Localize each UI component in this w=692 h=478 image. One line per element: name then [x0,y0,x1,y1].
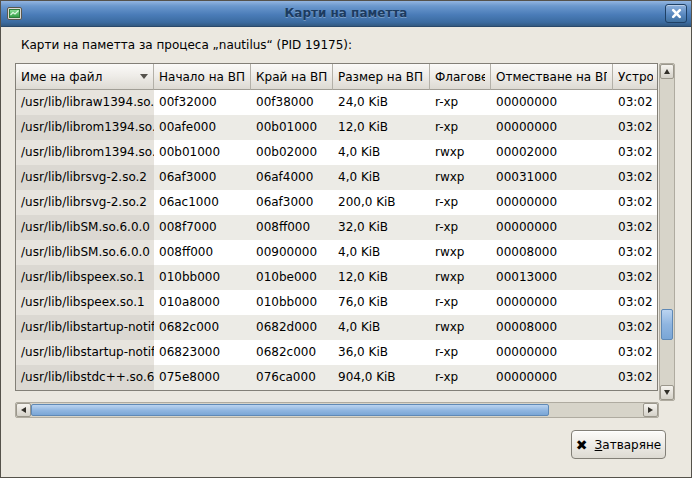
table-cell: /usr/lib/libspeex.so.1 [16,265,154,290]
table-cell: 075e8000 [154,365,251,390]
table-row[interactable]: /usr/lib/libstartup-notification-1.so.00… [16,340,657,365]
table-cell: /usr/lib/libstartup-notification-1.so.0 [16,315,154,340]
table-cell: r-xp [430,190,491,215]
table-cell: 010bb000 [251,290,333,315]
table-row[interactable]: /usr/lib/libSM.so.6.0.0008ff000009000004… [16,240,657,265]
table-row[interactable]: /usr/lib/libspeex.so.1010a8000010bb00076… [16,290,657,315]
table-cell: r-xp [430,115,491,140]
vertical-scrollbar-thumb[interactable] [661,309,673,340]
table-cell: r-xp [430,365,491,390]
vertical-scrollbar[interactable] [659,63,675,401]
table-row[interactable]: /usr/lib/libspeex.so.1010bb000010be00012… [16,265,657,290]
column-header-label: Име на файл [21,70,102,84]
table-row[interactable]: /usr/lib/librsvg-2.so.206ac100006af30002… [16,190,657,215]
table-cell: 008ff000 [251,215,333,240]
window-title: Карти на паметта [31,1,661,26]
table-cell: 06af3000 [251,190,333,215]
table-cell: rwxp [430,140,491,165]
horizontal-scrollbar-thumb[interactable] [31,404,549,416]
table-cell: 12,0 KiB [333,265,430,290]
table-body: /usr/lib/libraw1394.so.800f3200000f38000… [16,90,657,390]
table-cell: 00008000 [491,315,613,340]
sort-descending-icon [140,74,148,79]
column-header-label: Флагове [435,70,485,84]
table-cell: 24,0 KiB [333,90,430,115]
dialog-caption: Карти на паметта за процеса „nautilus“ (… [21,38,352,52]
table-cell: 00000000 [491,340,613,365]
close-x-icon: ✖ [576,438,588,452]
table-cell: 008ff000 [154,240,251,265]
table-cell: /usr/lib/librom1394.so.0 [16,140,154,165]
table-cell: 010bb000 [154,265,251,290]
table-cell: 06ac1000 [154,190,251,215]
table-cell: 03:02 [613,315,658,340]
table-cell: /usr/lib/libSM.so.6.0.0 [16,240,154,265]
table-cell: 03:02 [613,265,658,290]
column-header-label: Край на ВП [256,70,327,84]
table-row[interactable]: /usr/lib/libstdc++.so.6075e8000076ca0009… [16,365,657,390]
table-cell: 00000000 [491,365,613,390]
table-cell: 00afe000 [154,115,251,140]
table-cell: 03:02 [613,340,658,365]
table-cell: r-xp [430,90,491,115]
table-row[interactable]: /usr/lib/libstartup-notification-1.so.00… [16,315,657,340]
scroll-left-button[interactable] [16,403,31,417]
scroll-right-button[interactable] [643,403,658,417]
scroll-up-icon [664,69,670,74]
table-cell: 0682d000 [251,315,333,340]
table-row[interactable]: /usr/lib/librsvg-2.so.206af300006af40004… [16,165,657,190]
table-row[interactable]: /usr/lib/libSM.so.6.0.0008f7000008ff0003… [16,215,657,240]
titlebar[interactable]: Карти на паметта [1,1,691,27]
table-cell: 00900000 [251,240,333,265]
column-header-5[interactable]: Флагове [430,64,491,90]
table-cell: 00b01000 [154,140,251,165]
table-cell: 00031000 [491,165,613,190]
scroll-right-icon [648,407,653,413]
table-cell: 00b01000 [251,115,333,140]
table-cell: r-xp [430,215,491,240]
table-cell: 4,0 KiB [333,165,430,190]
titlebar-close-button[interactable] [665,4,687,23]
table-cell: 00008000 [491,240,613,265]
column-header-label: Отместване на ВП [496,70,607,84]
scroll-down-button[interactable] [660,385,674,400]
column-header-label: Начало на ВП [159,70,245,84]
table-cell: 00002000 [491,140,613,165]
table-cell: 03:02 [613,365,658,390]
table-cell: 03:02 [613,115,658,140]
table-cell: rwxp [430,315,491,340]
table-cell: 06af3000 [154,165,251,190]
table-cell: 03:02 [613,240,658,265]
table-header: Име на файлНачало на ВПКрай на ВПРазмер … [16,64,657,90]
close-button-label: Затваряне [595,438,662,452]
table-cell: 00000000 [491,215,613,240]
table-cell: rwxp [430,165,491,190]
horizontal-scrollbar[interactable] [15,402,659,418]
table-cell: r-xp [430,290,491,315]
table-cell: 0682c000 [251,340,333,365]
table-cell: /usr/lib/libspeex.so.1 [16,290,154,315]
column-header-7[interactable]: Устройство [613,64,658,90]
column-header-3[interactable]: Край на ВП [251,64,333,90]
column-header-6[interactable]: Отместване на ВП [491,64,613,90]
column-header-2[interactable]: Начало на ВП [154,64,251,90]
table-cell: 0682c000 [154,315,251,340]
table-row[interactable]: /usr/lib/libraw1394.so.800f3200000f38000… [16,90,657,115]
table-row[interactable]: /usr/lib/librom1394.so.000afe00000b01000… [16,115,657,140]
memory-maps-dialog: Карти на паметта Карти на паметта за про… [0,0,692,478]
column-header-1[interactable]: Име на файл [16,64,154,90]
table-cell: /usr/lib/libstdc++.so.6 [16,365,154,390]
table-row[interactable]: /usr/lib/librom1394.so.000b0100000b02000… [16,140,657,165]
table-cell: 00000000 [491,90,613,115]
close-dialog-button[interactable]: ✖ Затваряне [571,430,666,459]
table-cell: 00f38000 [251,90,333,115]
scroll-up-button[interactable] [660,64,674,79]
table-cell: rwxp [430,240,491,265]
table-cell: 32,0 KiB [333,215,430,240]
scroll-down-icon [664,390,670,395]
close-icon [671,8,682,19]
table-cell: 03:02 [613,165,658,190]
table-cell: 00013000 [491,265,613,290]
table-cell: 12,0 KiB [333,115,430,140]
column-header-4[interactable]: Размер на ВП [333,64,430,90]
